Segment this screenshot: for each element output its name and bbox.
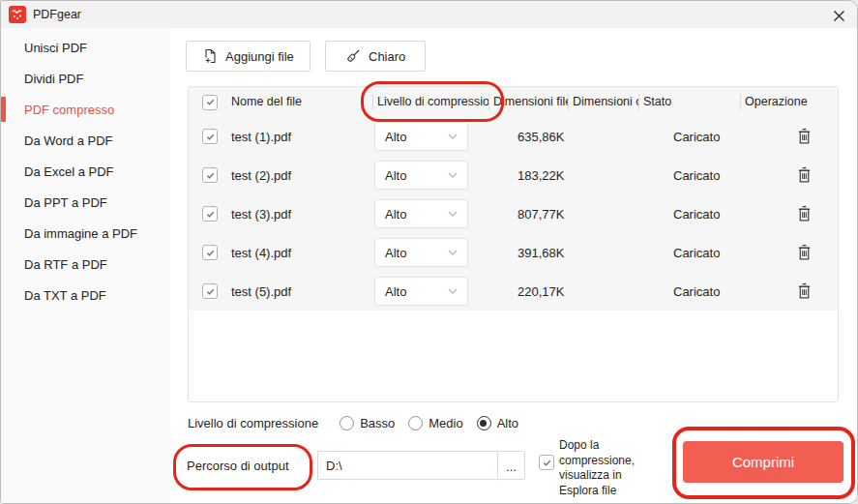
logo-glyph xyxy=(9,6,26,23)
file-name: test (1).pdf xyxy=(231,130,372,144)
output-path-input[interactable] xyxy=(317,451,497,480)
table-row: test (1).pdf Alto 635,86K Caricato xyxy=(189,117,838,156)
row-checkbox[interactable] xyxy=(202,283,218,299)
status-text: Caricato xyxy=(638,284,740,299)
sidebar-item-da-ppt-a-pdf[interactable]: Da PPT a PDF xyxy=(1,187,170,218)
sidebar-item-dividi-pdf[interactable]: Dividi PDF xyxy=(1,63,170,94)
dropdown-value: Alto xyxy=(385,246,406,260)
delete-button[interactable] xyxy=(794,127,814,146)
close-icon xyxy=(833,10,845,22)
chevron-down-icon xyxy=(448,250,458,255)
trash-icon xyxy=(796,282,813,300)
sidebar-item-pdf-compresso[interactable]: PDF compresso xyxy=(1,94,170,125)
radio-basso-label: Basso xyxy=(360,416,395,430)
sidebar-item-da-rtf-a-pdf[interactable]: Da RTF a PDF xyxy=(1,249,170,280)
sidebar-item-unisci-pdf[interactable]: Unisci PDF xyxy=(1,32,170,63)
sidebar: Unisci PDF Dividi PDF PDF compresso Da W… xyxy=(1,28,170,504)
add-file-icon xyxy=(202,48,218,64)
sidebar-item-label: Da PPT a PDF xyxy=(24,195,107,210)
table-row: test (5).pdf Alto 220,17K Caricato xyxy=(189,272,838,311)
table-row: test (4).pdf Alto 391,68K Caricato xyxy=(189,233,838,272)
compression-level-dropdown[interactable]: Alto xyxy=(374,277,468,306)
open-after-label: Dopo la compressione, visualizza in Espl… xyxy=(559,438,662,498)
compression-level-dropdown[interactable]: Alto xyxy=(374,199,468,228)
radio-option-alto[interactable]: Alto xyxy=(477,416,518,430)
dropdown-value: Alto xyxy=(385,207,406,222)
sidebar-item-label: Dividi PDF xyxy=(24,72,83,86)
delete-button[interactable] xyxy=(794,204,814,223)
delete-button[interactable] xyxy=(794,282,814,301)
sidebar-item-da-immagine-a-pdf[interactable]: Da immagine a PDF xyxy=(1,218,170,249)
close-button[interactable] xyxy=(827,4,850,27)
check-icon xyxy=(205,132,216,142)
header-cell-select xyxy=(189,95,231,110)
select-all-checkbox[interactable] xyxy=(202,95,218,110)
header-dimensioni-compresse[interactable]: Dimensioni co xyxy=(568,94,638,110)
browse-label: ... xyxy=(506,463,517,471)
row-checkbox[interactable] xyxy=(202,206,218,222)
table-header-row: Nome del file Livello di compressio Dime… xyxy=(189,87,838,117)
radio-medio-label: Medio xyxy=(429,416,462,430)
check-icon xyxy=(542,458,552,468)
compression-level-dropdown[interactable]: Alto xyxy=(374,122,468,151)
header-nome-del-file[interactable]: Nome del file xyxy=(231,94,372,110)
check-icon xyxy=(205,286,216,297)
add-file-button[interactable]: Aggiungi file xyxy=(186,41,311,72)
compress-button[interactable]: Comprimi xyxy=(683,441,843,483)
delete-button[interactable] xyxy=(794,165,814,185)
chevron-down-icon xyxy=(448,133,458,139)
clear-label: Chiaro xyxy=(369,49,405,64)
radio-option-basso[interactable]: Basso xyxy=(340,416,395,430)
radio-alto[interactable] xyxy=(477,416,491,430)
status-text: Caricato xyxy=(638,130,740,144)
trash-icon xyxy=(796,166,813,184)
row-checkbox[interactable] xyxy=(202,245,218,260)
open-after-checkbox[interactable] xyxy=(539,455,554,470)
window-title: PDFgear xyxy=(33,8,81,21)
sidebar-item-label: PDF compresso xyxy=(24,103,114,117)
delete-button[interactable] xyxy=(794,243,814,262)
compression-level-row: Livello di compressione Basso Medio Alto xyxy=(188,416,532,430)
check-icon xyxy=(205,170,216,181)
radio-medio[interactable] xyxy=(408,416,423,430)
compression-level-dropdown[interactable]: Alto xyxy=(374,161,468,190)
check-icon xyxy=(205,97,216,107)
table-row: test (2).pdf Alto 183,22K Caricato xyxy=(189,156,838,194)
trash-icon xyxy=(796,244,813,261)
sidebar-item-da-txt-a-pdf[interactable]: Da TXT a PDF xyxy=(1,280,170,311)
app-window: PDFgear Unisci PDF Dividi PDF PDF compre… xyxy=(0,0,858,504)
dropdown-value: Alto xyxy=(385,130,406,144)
file-name: test (4).pdf xyxy=(231,246,372,260)
row-checkbox[interactable] xyxy=(202,129,218,144)
header-dimensioni-file[interactable]: Dimensioni file xyxy=(488,94,568,110)
sidebar-item-da-word-a-pdf[interactable]: Da Word a PDF xyxy=(1,125,170,156)
sidebar-item-label: Unisci PDF xyxy=(24,41,87,55)
file-name: test (5).pdf xyxy=(231,284,372,299)
compression-level-label: Livello di compressione xyxy=(188,416,318,430)
header-livello-di-compressione[interactable]: Livello di compressio xyxy=(372,94,488,110)
radio-option-medio[interactable]: Medio xyxy=(408,416,462,430)
sidebar-item-da-excel-a-pdf[interactable]: Da Excel a PDF xyxy=(1,156,170,187)
trash-icon xyxy=(796,205,813,222)
table-row: test (3).pdf Alto 807,77K Caricato xyxy=(189,194,838,233)
radio-basso[interactable] xyxy=(340,416,354,430)
chevron-down-icon xyxy=(448,211,458,217)
browse-button[interactable]: ... xyxy=(497,451,525,480)
main-content: Aggiungi file Chiaro Nome del file Livel… xyxy=(170,28,858,504)
header-operazione[interactable]: Operazione xyxy=(740,94,839,110)
dropdown-value: Alto xyxy=(385,284,406,299)
clear-button[interactable]: Chiaro xyxy=(325,41,426,72)
file-name: test (3).pdf xyxy=(231,207,372,222)
chevron-down-icon xyxy=(448,288,458,294)
file-name: test (2).pdf xyxy=(231,168,372,183)
file-size: 635,86K xyxy=(488,130,568,144)
compression-level-dropdown[interactable]: Alto xyxy=(374,238,468,267)
add-file-label: Aggiungi file xyxy=(225,49,294,64)
file-size: 807,77K xyxy=(488,207,568,222)
pdfgear-logo-icon xyxy=(9,6,26,23)
titlebar: PDFgear xyxy=(1,1,857,28)
file-table: Nome del file Livello di compressio Dime… xyxy=(188,86,839,402)
row-checkbox[interactable] xyxy=(202,167,218,183)
sidebar-item-label: Da Excel a PDF xyxy=(24,164,113,179)
header-stato[interactable]: Stato xyxy=(638,94,740,110)
